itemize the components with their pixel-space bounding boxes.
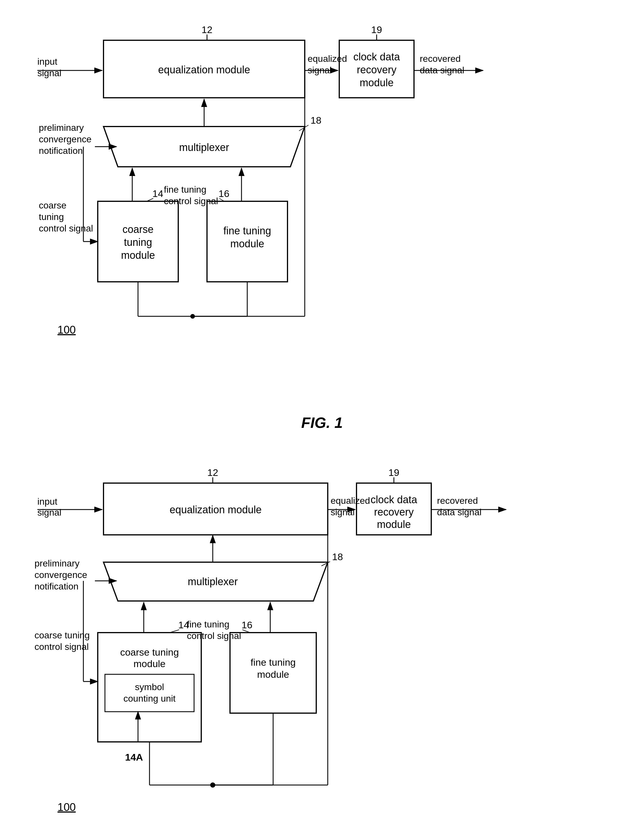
coarse-label3-fig1: module	[121, 249, 155, 261]
fine-label2-fig2: module	[257, 669, 289, 680]
input-signal-label-fig2: input	[37, 496, 58, 507]
coarse-label2-fig2: module	[133, 658, 165, 669]
fine-control-label2-fig2: control signal	[187, 630, 241, 641]
ref16-fig1: 16	[218, 188, 229, 199]
cdr-label2-fig1: recovery	[357, 64, 396, 76]
cdr-label3-fig2: module	[377, 518, 411, 530]
coarse-control-label-fig1: coarse	[39, 200, 66, 211]
fig2-container: equalization module 12 clock data recove…	[23, 460, 621, 827]
recovered-label-fig1: recovered	[420, 53, 461, 64]
cdr-label-fig2: clock data	[371, 494, 418, 506]
ref18-fig1: 18	[310, 115, 321, 126]
ref12-fig2: 12	[207, 467, 218, 478]
fig1-label: FIG. 1	[23, 414, 621, 431]
prelim-label3-fig2: notification	[34, 581, 78, 591]
coarse-control-label2-fig1: tuning	[39, 212, 64, 222]
input-signal-label2-fig1: signal	[37, 68, 62, 78]
input-signal-label-fig1: input	[37, 56, 58, 67]
coarse-label-fig2: coarse tuning	[120, 647, 179, 658]
cdr-label2-fig2: recovery	[374, 506, 414, 518]
symbol-label2-fig2: counting unit	[123, 693, 176, 704]
prelim-label2-fig2: convergence	[34, 570, 87, 580]
fine-control-label-fig1: fine tuning	[164, 184, 206, 195]
page: equalization module clock data recovery …	[0, 0, 644, 827]
ref14a-fig2: 14A	[125, 752, 143, 763]
multiplexer-label-fig1: multiplexer	[179, 142, 229, 153]
fine-control-label2-fig1: control signal	[164, 196, 218, 206]
symbol-counting-box-fig2	[105, 674, 194, 712]
cdr-label-fig1: clock data	[353, 51, 400, 63]
fig1-diagram: equalization module clock data recovery …	[23, 17, 621, 391]
fine-control-label-fig2: fine tuning	[187, 619, 229, 629]
prelim-label-fig1: preliminary	[39, 122, 84, 133]
ref100-fig2: 100	[58, 801, 76, 813]
ref19-fig1: 19	[371, 24, 382, 35]
multiplexer-label-fig2: multiplexer	[188, 576, 238, 587]
ref100-fig1: 100	[58, 324, 76, 336]
prelim-label3-fig1: notification	[39, 145, 83, 156]
fig1-container: equalization module clock data recovery …	[23, 17, 621, 431]
coarse-label-fig1: coarse	[122, 223, 154, 235]
coarse-control-label3-fig1: control signal	[39, 223, 93, 234]
fine-label-fig2: fine tuning	[251, 657, 296, 668]
equalized-signal-label-fig1: equalized	[308, 53, 347, 64]
fig2-diagram: equalization module 12 clock data recove…	[23, 460, 621, 827]
symbol-label-fig2: symbol	[135, 682, 164, 692]
equalization-label-fig2: equalization module	[170, 504, 262, 516]
recovered-label-fig2: recovered	[437, 495, 478, 506]
ref14-fig1: 14	[152, 188, 163, 199]
coarse-control-label-fig2: coarse tuning	[34, 630, 90, 640]
ref16-fig2: 16	[242, 619, 253, 630]
recovered-label2-fig2: data signal	[437, 507, 482, 517]
ref18-fig2: 18	[332, 551, 343, 562]
equalized-signal-label-fig2: equalized	[331, 495, 370, 506]
fine-label-fig1: fine tuning	[223, 225, 271, 237]
input-signal-label2-fig2: signal	[37, 507, 62, 518]
coarse-label2-fig1: tuning	[124, 236, 152, 248]
fine-label2-fig1: module	[230, 238, 264, 250]
ref19-fig2: 19	[388, 467, 399, 478]
equalization-label: equalization module	[158, 64, 250, 76]
prelim-label-fig2: preliminary	[34, 558, 80, 568]
equalized-signal-label2-fig2: signal	[331, 507, 355, 517]
prelim-label2-fig1: convergence	[39, 134, 91, 144]
cdr-label3-fig1: module	[360, 77, 394, 89]
coarse-control-label2-fig2: control signal	[34, 641, 89, 652]
ref12-fig1: 12	[201, 24, 212, 35]
